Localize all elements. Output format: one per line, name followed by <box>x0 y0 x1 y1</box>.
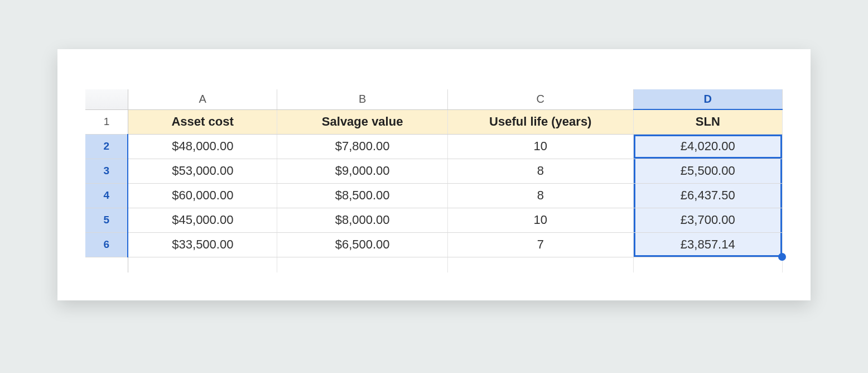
cell-A2[interactable]: $48,000.00 <box>128 134 277 159</box>
fill-handle[interactable] <box>778 253 786 261</box>
row-header-1[interactable]: 1 <box>85 109 128 134</box>
row-header-2[interactable]: 2 <box>85 134 128 159</box>
cell-D3[interactable]: £5,500.00 <box>633 159 782 183</box>
cell-B4[interactable]: $8,500.00 <box>277 183 448 208</box>
cell-empty[interactable] <box>128 257 277 272</box>
table-row: 3 $53,000.00 $9,000.00 8 £5,500.00 <box>85 159 783 183</box>
cell-D2[interactable]: £4,020.00 <box>633 134 782 159</box>
cell-B6[interactable]: $6,500.00 <box>277 232 448 257</box>
cell-B5[interactable]: $8,000.00 <box>277 208 448 232</box>
cell-C2[interactable]: 10 <box>447 134 633 159</box>
cell-D6[interactable]: £3,857.14 <box>633 232 782 257</box>
cell-C1[interactable]: Useful life (years) <box>447 109 633 134</box>
cell-B2[interactable]: $7,800.00 <box>277 134 448 159</box>
cell-empty[interactable] <box>447 257 633 272</box>
cell-D5[interactable]: £3,700.00 <box>633 208 782 232</box>
row-header-4[interactable]: 4 <box>85 183 128 208</box>
cell-B3[interactable]: $9,000.00 <box>277 159 448 183</box>
table-row: 6 $33,500.00 $6,500.00 7 £3,857.14 <box>85 232 783 257</box>
cell-A6[interactable]: $33,500.00 <box>128 232 277 257</box>
cell-D1[interactable]: SLN <box>633 109 782 134</box>
row-header-empty[interactable] <box>85 257 128 272</box>
cell-C5[interactable]: 10 <box>447 208 633 232</box>
cell-A1[interactable]: Asset cost <box>128 109 277 134</box>
row-header-3[interactable]: 3 <box>85 159 128 183</box>
cell-A3[interactable]: $53,000.00 <box>128 159 277 183</box>
table-row: 5 $45,000.00 $8,000.00 10 £3,700.00 <box>85 208 783 232</box>
cell-empty[interactable] <box>633 257 782 272</box>
column-header-D[interactable]: D <box>633 89 782 109</box>
cell-C3[interactable]: 8 <box>447 159 633 183</box>
cell-A5[interactable]: $45,000.00 <box>128 208 277 232</box>
spreadsheet-grid[interactable]: A B C D 1 Asset cost Salvage value Usefu… <box>85 89 783 272</box>
table-row: 2 $48,000.00 $7,800.00 10 £4,020.00 <box>85 134 783 159</box>
spreadsheet-card: A B C D 1 Asset cost Salvage value Usefu… <box>57 49 811 300</box>
column-header-B[interactable]: B <box>277 89 448 109</box>
cell-C6[interactable]: 7 <box>447 232 633 257</box>
cell-B1[interactable]: Salvage value <box>277 109 448 134</box>
column-header-row: A B C D <box>85 89 783 109</box>
cell-empty[interactable] <box>277 257 448 272</box>
select-all-corner[interactable] <box>85 89 128 109</box>
row-header-6[interactable]: 6 <box>85 232 128 257</box>
column-header-C[interactable]: C <box>447 89 633 109</box>
cell-D4[interactable]: £6,437.50 <box>633 183 782 208</box>
table-row: 4 $60,000.00 $8,500.00 8 £6,437.50 <box>85 183 783 208</box>
column-header-A[interactable]: A <box>128 89 277 109</box>
row-header-5[interactable]: 5 <box>85 208 128 232</box>
empty-row <box>85 257 783 272</box>
table-row: 1 Asset cost Salvage value Useful life (… <box>85 109 783 134</box>
cell-A4[interactable]: $60,000.00 <box>128 183 277 208</box>
cell-C4[interactable]: 8 <box>447 183 633 208</box>
